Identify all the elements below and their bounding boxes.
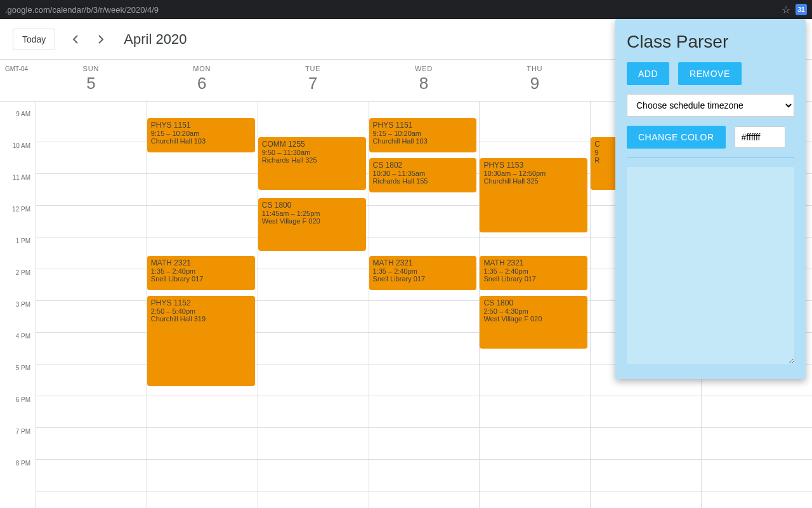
event-location: Snell Library 017 [373, 275, 473, 283]
add-button[interactable]: ADD [627, 62, 669, 85]
hour-cell[interactable] [147, 206, 258, 237]
color-input[interactable] [735, 126, 785, 148]
hour-cell[interactable] [36, 237, 147, 269]
panel-title: Class Parser [627, 32, 794, 52]
hour-cell[interactable] [480, 110, 590, 142]
hour-cell[interactable] [36, 301, 147, 333]
event-location: Churchill Hall 103 [151, 137, 251, 145]
calendar-event[interactable]: CS 18002:50 – 4:30pmWest Village F 020 [480, 296, 587, 349]
event-time: 10:30 – 11:35am [373, 170, 473, 177]
day-header[interactable]: WED8 [369, 60, 480, 101]
hour-cell[interactable] [147, 174, 258, 206]
day-header[interactable]: TUE7 [258, 60, 369, 101]
event-title: MATH 2321 [373, 258, 473, 267]
hour-cell[interactable] [702, 491, 812, 508]
hour-cell[interactable] [258, 396, 369, 428]
calendar-event[interactable]: COMM 12559:50 – 11:30amRichards Hall 325 [258, 137, 366, 190]
hour-cell[interactable] [369, 428, 480, 460]
calendar-event[interactable]: PHYS 11519:15 – 10:20amChurchill Hall 10… [147, 118, 255, 152]
hour-cell[interactable] [480, 460, 590, 491]
time-label: 4 PM [0, 333, 36, 364]
today-button[interactable]: Today [13, 29, 55, 50]
hour-cell[interactable] [480, 364, 590, 396]
extension-icon[interactable]: 31 [796, 4, 807, 15]
calendar-event[interactable]: PHYS 11519:15 – 10:20amChurchill Hall 10… [369, 118, 477, 152]
day-name: MON [147, 65, 258, 72]
hour-cell[interactable] [702, 460, 812, 491]
hour-cell[interactable] [36, 269, 147, 301]
hour-cell[interactable] [258, 333, 369, 364]
hour-cell[interactable] [369, 301, 480, 333]
time-label: 2 PM [0, 269, 36, 301]
hour-cell[interactable] [369, 206, 480, 237]
day-column[interactable]: COMM 12559:50 – 11:30amRichards Hall 325… [258, 102, 369, 508]
day-column[interactable]: PHYS 11519:15 – 10:20amChurchill Hall 10… [369, 102, 480, 508]
day-number: 9 [479, 74, 590, 93]
hour-cell[interactable] [591, 491, 701, 508]
hour-cell[interactable] [36, 174, 147, 206]
hour-cell[interactable] [258, 491, 369, 508]
hour-cell[interactable] [591, 428, 701, 460]
day-header[interactable]: MON6 [147, 60, 258, 101]
calendar-event[interactable]: PHYS 115310:30am – 12:50pmChurchill Hall… [480, 158, 587, 232]
hour-cell[interactable] [147, 491, 258, 508]
hour-cell[interactable] [36, 428, 147, 460]
hour-cell[interactable] [369, 333, 480, 364]
schedule-textarea[interactable] [627, 167, 794, 364]
hour-cell[interactable] [147, 428, 258, 460]
calendar-event[interactable]: CS 180011:45am – 1:25pmWest Village F 02… [258, 198, 366, 251]
prev-week-button[interactable] [65, 29, 86, 50]
hour-cell[interactable] [258, 428, 369, 460]
remove-button[interactable]: REMOVE [678, 62, 742, 85]
day-number: 6 [147, 74, 258, 93]
hour-cell[interactable] [36, 142, 147, 174]
change-color-button[interactable]: CHANGE COLOR [627, 126, 726, 149]
hour-cell[interactable] [36, 396, 147, 428]
day-number: 5 [36, 74, 147, 93]
event-time: 9:15 – 10:20am [151, 130, 251, 137]
hour-cell[interactable] [591, 396, 701, 428]
hour-cell[interactable] [36, 491, 147, 508]
day-header[interactable]: SUN5 [36, 60, 147, 101]
calendar-event[interactable]: PHYS 11522:50 – 5:40pmChurchill Hall 319 [147, 296, 255, 386]
timezone-select[interactable]: Choose schedule timezone [627, 94, 794, 117]
day-column[interactable]: PHYS 11519:15 – 10:20amChurchill Hall 10… [147, 102, 258, 508]
hour-cell[interactable] [147, 460, 258, 491]
hour-cell[interactable] [258, 269, 369, 301]
hour-cell[interactable] [480, 396, 590, 428]
event-location: Snell Library 017 [151, 275, 251, 283]
hour-cell[interactable] [480, 491, 590, 508]
hour-cell[interactable] [702, 396, 812, 428]
hour-cell[interactable] [36, 206, 147, 237]
time-label: 10 AM [0, 142, 36, 174]
next-week-button[interactable] [91, 29, 111, 50]
bookmark-star-icon[interactable]: ☆ [782, 4, 790, 16]
day-column[interactable] [36, 102, 147, 508]
hour-cell[interactable] [36, 364, 147, 396]
hour-cell[interactable] [258, 460, 369, 491]
hour-cell[interactable] [369, 364, 480, 396]
chevron-right-icon [98, 34, 104, 44]
hour-cell[interactable] [36, 333, 147, 364]
hour-cell[interactable] [369, 491, 480, 508]
day-column[interactable]: PHYS 115310:30am – 12:50pmChurchill Hall… [479, 102, 590, 508]
hour-cell[interactable] [702, 428, 812, 460]
hour-cell[interactable] [36, 460, 147, 491]
hour-cell[interactable] [369, 460, 480, 491]
hour-cell[interactable] [480, 428, 590, 460]
calendar-event[interactable]: MATH 23211:35 – 2:40pmSnell Library 017 [147, 256, 255, 290]
calendar-event[interactable]: MATH 23211:35 – 2:40pmSnell Library 017 [369, 256, 477, 290]
calendar-event[interactable]: MATH 23211:35 – 2:40pmSnell Library 017 [480, 256, 587, 290]
hour-cell[interactable] [258, 364, 369, 396]
hour-cell[interactable] [36, 110, 147, 142]
month-title: April 2020 [124, 31, 187, 48]
panel-divider [627, 157, 794, 158]
hour-cell[interactable] [258, 301, 369, 333]
hour-cell[interactable] [369, 396, 480, 428]
hour-cell[interactable] [591, 460, 701, 491]
event-location: Churchill Hall 103 [373, 137, 473, 145]
day-header[interactable]: THU9 [479, 60, 590, 101]
class-parser-panel: Class Parser ADD REMOVE Choose schedule … [615, 19, 806, 379]
hour-cell[interactable] [147, 396, 258, 428]
calendar-event[interactable]: CS 180210:30 – 11:35amRichards Hall 155 [369, 158, 477, 192]
